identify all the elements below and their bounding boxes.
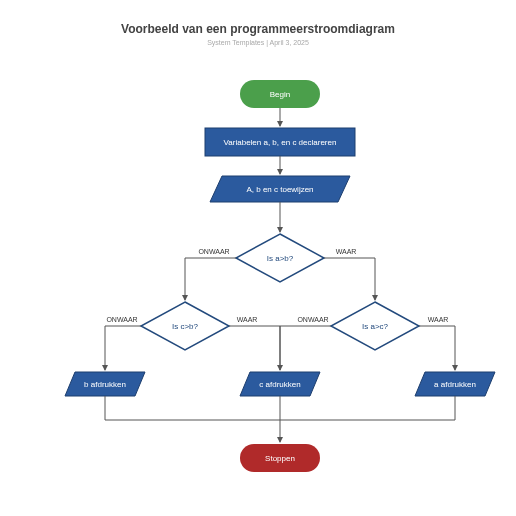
edge <box>324 258 375 300</box>
node-output-b-label: b afdrukken <box>84 380 126 389</box>
edge-label-true: WAAR <box>428 316 449 323</box>
edge <box>280 396 455 420</box>
node-decision-2-label: Is c>b? <box>172 322 199 331</box>
node-declare-label: Variabelen a, b, en c declareren <box>224 138 337 147</box>
edge-label-false: ONWAAR <box>198 248 229 255</box>
node-decision-1-label: Is a>b? <box>267 254 294 263</box>
node-stop-label: Stoppen <box>265 454 295 463</box>
edge-label-false: ONWAAR <box>106 316 137 323</box>
edge <box>229 326 280 370</box>
edge <box>185 258 236 300</box>
edge-label-true: WAAR <box>336 248 357 255</box>
flowchart-canvas: Begin Variabelen a, b, en c declareren A… <box>0 0 516 516</box>
node-assign-label: A, b en c toewijzen <box>246 185 313 194</box>
edge-label-false: ONWAAR <box>297 316 328 323</box>
edge <box>105 396 280 420</box>
node-output-a-label: a afdrukken <box>434 380 476 389</box>
edge-label-true: WAAR <box>237 316 258 323</box>
node-begin-label: Begin <box>270 90 290 99</box>
node-output-c-label: c afdrukken <box>259 380 300 389</box>
edge <box>419 326 455 370</box>
edge <box>105 326 141 370</box>
edge <box>280 326 331 370</box>
node-decision-3-label: Is a>c? <box>362 322 389 331</box>
